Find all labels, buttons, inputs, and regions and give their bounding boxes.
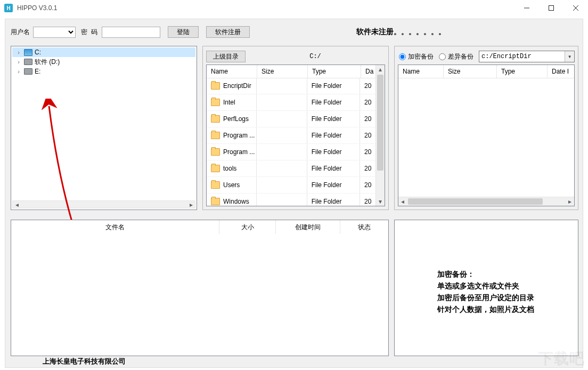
folder-icon bbox=[211, 181, 220, 189]
qcol-file[interactable]: 文件名 bbox=[11, 220, 219, 234]
company-footer: 上海长皇电子科技有限公司 bbox=[43, 357, 126, 366]
file-row[interactable]: PerfLogsFile Folder20 bbox=[207, 111, 376, 127]
backup-hscrollbar[interactable]: ◂ ▸ bbox=[398, 197, 574, 206]
diff-backup-label: 差异备份 bbox=[448, 52, 473, 61]
username-select[interactable] bbox=[33, 27, 76, 38]
file-row[interactable]: Program ...File Folder20 bbox=[207, 144, 376, 160]
scroll-thumb[interactable] bbox=[408, 198, 543, 205]
col2-date[interactable]: Date I bbox=[548, 65, 574, 78]
folder-icon bbox=[211, 132, 220, 139]
expand-toggle-icon[interactable]: › bbox=[15, 57, 22, 67]
qcol-status[interactable]: 状态 bbox=[340, 220, 388, 234]
tree-item[interactable]: ›E: bbox=[12, 67, 195, 76]
file-row[interactable]: WindowsFile Folder20 bbox=[207, 194, 376, 206]
drive-tree[interactable]: ›C:›软件 (D:)›E: bbox=[12, 47, 195, 200]
diff-backup-radio-input[interactable] bbox=[439, 53, 446, 60]
folder-icon bbox=[211, 82, 220, 90]
file-type: File Folder bbox=[307, 160, 360, 176]
tree-item-label: C: bbox=[35, 47, 41, 57]
drive-tree-panel: ›C:›软件 (D:)›E: ◂ ▸ bbox=[11, 46, 197, 210]
backup-panel: 加密备份 差异备份 c:/EncriptDir ▾ Name Size Type… bbox=[394, 46, 578, 210]
up-directory-button[interactable]: 上级目录 bbox=[206, 51, 246, 62]
destination-combobox[interactable]: c:/EncriptDir ▾ bbox=[479, 51, 575, 62]
qcol-ctime[interactable]: 创建时间 bbox=[276, 220, 340, 234]
col-type[interactable]: Type bbox=[308, 65, 361, 78]
scroll-right-icon[interactable]: ▸ bbox=[187, 201, 195, 208]
app-icon: H bbox=[4, 4, 13, 12]
file-size bbox=[257, 94, 307, 110]
file-listview[interactable]: Name Size Type Da EncriptDirFile Folder2… bbox=[206, 65, 385, 206]
file-row[interactable]: IntelFile Folder20 bbox=[207, 94, 376, 111]
folder-icon bbox=[211, 165, 220, 172]
scroll-right-icon[interactable]: ▸ bbox=[566, 197, 574, 206]
col-name[interactable]: Name bbox=[207, 65, 257, 78]
encrypt-backup-radio-input[interactable] bbox=[399, 53, 406, 60]
file-size bbox=[257, 194, 307, 206]
file-name: Intel bbox=[223, 99, 235, 106]
file-name: Windows bbox=[223, 198, 249, 205]
col2-name[interactable]: Name bbox=[398, 65, 444, 78]
chevron-down-icon[interactable]: ▾ bbox=[565, 51, 574, 62]
file-row[interactable]: Program ...File Folder20 bbox=[207, 127, 376, 144]
file-row[interactable]: EncriptDirFile Folder20 bbox=[207, 78, 376, 94]
file-size bbox=[257, 111, 307, 127]
login-button[interactable]: 登陆 bbox=[168, 26, 199, 38]
file-type: File Folder bbox=[307, 144, 360, 160]
main-area: 用户名 密 码 登陆 软件注册 软件未注册。。。。。。。 ›C:›软件 (D:)… bbox=[5, 19, 583, 368]
file-name: Program ... bbox=[223, 132, 255, 139]
file-name: tools bbox=[223, 165, 236, 172]
scroll-up-icon[interactable]: ▴ bbox=[376, 65, 385, 74]
tree-item[interactable]: ›C: bbox=[12, 47, 195, 57]
file-date: 20 bbox=[360, 94, 376, 110]
scroll-left-icon[interactable]: ◂ bbox=[13, 201, 21, 208]
file-date: 20 bbox=[360, 177, 376, 193]
file-date: 20 bbox=[360, 127, 376, 143]
backup-list-header[interactable]: Name Size Type Date I bbox=[398, 65, 574, 78]
file-type: File Folder bbox=[307, 94, 360, 110]
encrypt-backup-radio[interactable]: 加密备份 bbox=[399, 52, 434, 61]
file-date: 20 bbox=[360, 144, 376, 160]
file-date: 20 bbox=[360, 160, 376, 176]
file-browser-panel: 上级目录 C:/ Name Size Type Da EncriptDirFil… bbox=[202, 46, 389, 210]
file-row[interactable]: toolsFile Folder20 bbox=[207, 160, 376, 177]
file-type: File Folder bbox=[307, 194, 360, 206]
minimize-button[interactable] bbox=[514, 0, 539, 16]
titlebar: H HIPPO V3.0.1 bbox=[0, 0, 588, 16]
scroll-left-icon[interactable]: ◂ bbox=[398, 197, 407, 206]
tree-item[interactable]: ›软件 (D:) bbox=[12, 57, 195, 67]
current-path: C:/ bbox=[246, 53, 385, 60]
folder-icon bbox=[211, 148, 220, 156]
file-size bbox=[257, 78, 307, 94]
folder-icon bbox=[211, 198, 220, 205]
password-label: 密 码 bbox=[81, 28, 99, 37]
close-button[interactable] bbox=[564, 0, 588, 16]
maximize-button[interactable] bbox=[539, 0, 564, 16]
backup-listview[interactable]: Name Size Type Date I ◂ ▸ bbox=[398, 65, 575, 206]
file-row[interactable]: UsersFile Folder20 bbox=[207, 177, 376, 194]
file-type: File Folder bbox=[307, 78, 360, 94]
password-input[interactable] bbox=[102, 27, 160, 38]
username-label: 用户名 bbox=[11, 28, 30, 37]
register-button[interactable]: 软件注册 bbox=[206, 26, 250, 38]
scroll-down-icon[interactable]: ▾ bbox=[376, 197, 385, 206]
info-line1: 加密备份： bbox=[437, 268, 573, 280]
col2-type[interactable]: Type bbox=[497, 65, 548, 78]
scroll-thumb[interactable] bbox=[377, 75, 383, 171]
file-list-header[interactable]: Name Size Type Da bbox=[207, 65, 385, 78]
expand-toggle-icon[interactable]: › bbox=[15, 47, 22, 57]
file-size bbox=[257, 160, 307, 176]
registration-status: 软件未注册。。。。。。。 bbox=[356, 27, 446, 37]
encrypt-backup-label: 加密备份 bbox=[408, 52, 434, 61]
col-size[interactable]: Size bbox=[257, 65, 308, 78]
queue-header[interactable]: 文件名 大小 创建时间 状态 bbox=[11, 220, 388, 234]
file-list-vscrollbar[interactable]: ▴ ▾ bbox=[375, 65, 385, 206]
diff-backup-radio[interactable]: 差异备份 bbox=[439, 52, 473, 61]
file-size bbox=[257, 127, 307, 143]
file-name: PerfLogs bbox=[223, 115, 249, 123]
tree-hscrollbar[interactable]: ◂ ▸ bbox=[12, 200, 195, 208]
expand-toggle-icon[interactable]: › bbox=[15, 67, 22, 76]
login-bar: 用户名 密 码 登陆 软件注册 软件未注册。。。。。。。 bbox=[11, 26, 577, 38]
qcol-size[interactable]: 大小 bbox=[219, 220, 276, 234]
col2-size[interactable]: Size bbox=[444, 65, 497, 78]
queue-panel: 文件名 大小 创建时间 状态 bbox=[11, 220, 389, 356]
